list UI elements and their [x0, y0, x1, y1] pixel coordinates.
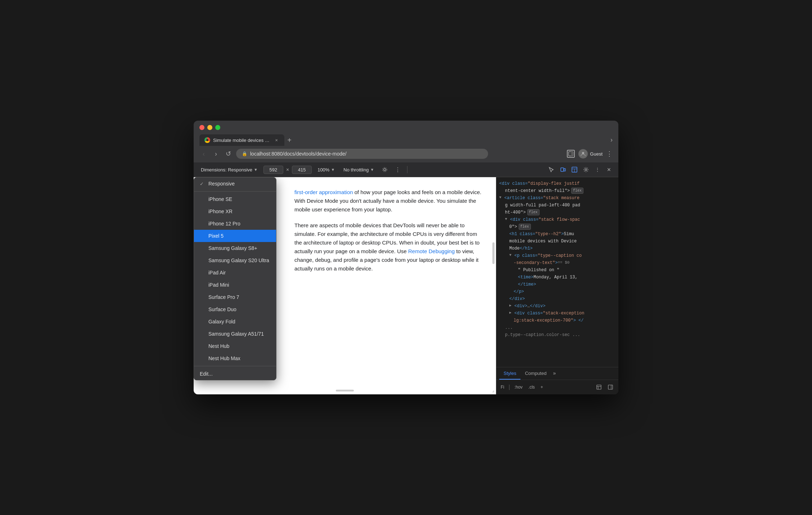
dropdown-item-iphone-xr[interactable]: iPhone XR	[194, 205, 276, 218]
forward-button[interactable]: ›	[212, 150, 220, 158]
flex-badge: flex	[527, 209, 540, 215]
new-tab-button[interactable]: +	[284, 135, 294, 145]
html-tag: > </	[573, 317, 584, 324]
dollar-zero: == $0	[558, 260, 569, 266]
url-bar[interactable]: 🔒 localhost:8080/docs/devtools/device-mo…	[236, 149, 488, 159]
dropdown-item-surface-pro[interactable]: Surface Pro 7	[194, 291, 276, 303]
dropdown-label: Nest Hub Max	[208, 355, 240, 361]
code-line: ntent-center width-full"> flex	[499, 187, 615, 194]
svg-rect-6	[564, 169, 565, 171]
devtools-toggle-button[interactable]	[567, 150, 575, 158]
add-style-button[interactable]: +	[539, 384, 545, 390]
dropdown-item-samsung-a51[interactable]: Samsung Galaxy A51/71	[194, 328, 276, 340]
first-order-link[interactable]: first-order approximation	[294, 189, 353, 195]
html-tag: <div>	[514, 303, 527, 309]
dropdown-item-nest-hub-max[interactable]: Nest Hub Max	[194, 352, 276, 364]
html-text: ntent-center width-full">	[505, 188, 570, 194]
code-line: ▼ <p class="type--caption co	[499, 252, 615, 259]
computed-style-icon[interactable]	[594, 382, 604, 392]
more-options-button[interactable]: ⋮	[393, 165, 403, 175]
dropdown-item-iphone-se[interactable]: iPhone SE	[194, 193, 276, 205]
html-value: "stack-exception	[543, 310, 584, 317]
dropdown-item-samsung-s8[interactable]: Samsung Galaxy S8+	[194, 242, 276, 254]
remote-debugging-link[interactable]: Remote Debugging	[408, 248, 455, 254]
html-tag: <h1 class=	[509, 231, 535, 237]
toggle-icon[interactable]: ▼	[505, 216, 509, 222]
code-line: ▼ <div class="stack flow-spac	[499, 216, 615, 223]
tab-styles[interactable]: Styles	[499, 368, 520, 380]
title-bar: Simulate mobile devices with D ✕ + ›	[194, 121, 618, 146]
hov-filter[interactable]: :hov	[513, 384, 524, 390]
dropdown-item-samsung-s20[interactable]: Samsung Galaxy S20 Ultra	[194, 254, 276, 267]
devtools-more-button[interactable]: ⋮	[592, 165, 603, 175]
html-text: " Published on "	[518, 267, 559, 273]
code-line: <h1 class="type--h2">Simu	[499, 230, 615, 238]
sensors-button[interactable]	[380, 165, 390, 175]
refresh-button[interactable]: ↺	[224, 150, 233, 158]
width-input[interactable]	[263, 166, 283, 174]
dropdown-label: iPhone XR	[208, 209, 233, 214]
dimensions-dropdown[interactable]: Dimensions: Responsive ▼	[198, 166, 261, 174]
tab-more[interactable]: »	[551, 367, 558, 380]
minimize-window-button[interactable]	[207, 125, 212, 130]
tab-computed[interactable]: Computed	[520, 368, 551, 380]
html-tag: <div class=	[510, 216, 538, 223]
back-button[interactable]: ‹	[199, 150, 208, 158]
code-line: p.type--caption.color-sec ...	[499, 331, 615, 339]
tab-menu-button[interactable]: ›	[610, 136, 613, 144]
dropdown-label: Samsung Galaxy S20 Ultra	[208, 258, 269, 263]
user-name: Guest	[590, 151, 603, 157]
tab-close-button[interactable]: ✕	[274, 137, 279, 143]
toggle-icon[interactable]: ▶	[509, 310, 514, 315]
html-value: "type--caption co	[538, 252, 582, 259]
devtools-bottom-panel: Styles Computed » Fi | :hov .cls +	[496, 367, 618, 394]
html-tag: </div>	[530, 303, 545, 309]
browser-menu-button[interactable]: ⋮	[606, 150, 613, 158]
code-line: lg:stack-exception-700"> </	[499, 317, 615, 324]
dropdown-item-galaxy-fold[interactable]: Galaxy Fold	[194, 315, 276, 328]
html-tag: <div class=	[514, 310, 543, 317]
dropdown-item-surface-duo[interactable]: Surface Duo	[194, 303, 276, 315]
close-devtools-button[interactable]: ✕	[604, 165, 614, 175]
toggle-icon[interactable]: ▶	[509, 303, 514, 308]
toggle-icon[interactable]: ▼	[499, 195, 504, 200]
dimensions-chevron-icon: ▼	[254, 167, 258, 172]
settings-button[interactable]	[581, 165, 591, 175]
dropdown-item-iphone-12-pro[interactable]: iPhone 12 Pro	[194, 218, 276, 230]
height-input[interactable]	[292, 166, 312, 174]
device-mode-button[interactable]	[558, 165, 568, 175]
dropdown-item-pixel-5[interactable]: Pixel 5	[194, 230, 276, 242]
throttle-dropdown[interactable]: No throttling ▼	[340, 166, 377, 174]
content-split: ✓ Responsive iPhone SE iPhone XR iPh	[194, 177, 618, 394]
page-inner: first-order approximation of how your pa…	[280, 177, 496, 291]
dropdown-edit-button[interactable]: Edit...	[194, 368, 276, 380]
lock-icon: 🔒	[242, 151, 247, 156]
address-bar: ‹ › ↺ 🔒 localhost:8080/docs/devtools/dev…	[194, 146, 618, 162]
svg-rect-11	[597, 385, 601, 389]
dropdown-item-nest-hub[interactable]: Nest Hub	[194, 340, 276, 352]
elements-panel-button[interactable]	[569, 165, 579, 175]
toggle-icon[interactable]: ▼	[509, 252, 514, 258]
close-window-button[interactable]	[199, 125, 204, 130]
dropdown-item-responsive[interactable]: ✓ Responsive	[194, 178, 276, 190]
code-line: 0"> flex	[499, 223, 615, 230]
filter-input[interactable]: Fi	[499, 384, 506, 390]
user-info: Guest	[578, 149, 603, 158]
filter-sep: |	[509, 384, 510, 390]
zoom-dropdown[interactable]: 100% ▼	[315, 166, 338, 174]
user-avatar[interactable]	[578, 149, 588, 158]
dropdown-label: iPhone 12 Pro	[208, 221, 240, 227]
code-line: mobile devices with Device	[499, 238, 615, 245]
code-line: ...	[499, 324, 615, 331]
maximize-window-button[interactable]	[215, 125, 220, 130]
dropdown-item-ipad-mini[interactable]: iPad Mini	[194, 279, 276, 291]
active-tab[interactable]: Simulate mobile devices with D ✕	[199, 134, 284, 146]
code-line: " Published on "	[499, 267, 615, 274]
inspect-element-button[interactable]	[546, 165, 556, 175]
check-icon: ✓	[200, 181, 206, 187]
html-text: Simu	[564, 231, 574, 237]
resize-handle[interactable]: ⌟	[492, 387, 495, 393]
dropdown-item-ipad-air[interactable]: iPad Air	[194, 267, 276, 279]
cls-filter[interactable]: .cls	[527, 384, 536, 390]
toggle-sidebar-icon[interactable]	[605, 382, 615, 392]
